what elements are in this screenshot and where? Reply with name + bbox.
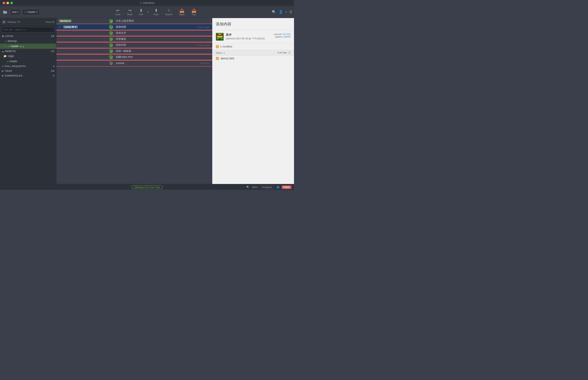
develop-tag-label: develop <box>60 20 68 22</box>
pop-button[interactable]: 📤 Pop <box>188 6 200 18</box>
list-view-icon[interactable]: ☰ <box>288 51 291 54</box>
status-right: 🔍 100% Feedback 🌐 FREE <box>246 185 292 189</box>
commit-row-6[interactable]: 创建index.html <box>56 54 212 60</box>
viewing-count: 3/3 <box>17 21 20 23</box>
commit-row-develop[interactable]: develop 🖥 分支上提交测试 <box>56 18 212 24</box>
remote-count: 1/1 <box>51 50 54 53</box>
trial-badge: GitKraken Pro Free Trial <box>132 185 162 189</box>
pull-button[interactable]: ⬇ Pull <box>136 6 146 18</box>
filter-bar: Filter (⌘ + Option + f) ⌕ <box>0 26 56 34</box>
branch-button[interactable]: ⑂ Branch <box>162 6 176 18</box>
user-icon[interactable]: 👤 <box>279 10 283 14</box>
commit-msg-3: 内容修改 <box>114 37 186 41</box>
branch-name: master <box>28 11 36 14</box>
pull-icon: ⬇ <box>140 8 143 13</box>
filter-input-container[interactable]: Filter (⌘ + Option + f) ⌕ <box>2 27 54 32</box>
folder-button[interactable] <box>2 9 9 16</box>
search-icon[interactable]: 🔍 <box>272 10 276 14</box>
commit-msg-7: commit <box>114 62 186 65</box>
commit-avatar-2 <box>109 31 113 35</box>
sidebar-header: ◀ Viewing 3/3 Show All <box>0 18 56 26</box>
path-col-header: Full Path ☰ <box>278 51 291 54</box>
svg-rect-15 <box>219 39 221 41</box>
close-button[interactable] <box>2 2 5 4</box>
sidebar-item-origin[interactable]: 📁 origin <box>0 54 56 59</box>
show-all-button[interactable]: Show All <box>45 21 54 23</box>
check-icon: ✓ <box>4 45 6 48</box>
viewing-text: Viewing <box>7 21 16 23</box>
feedback-button[interactable]: Feedback <box>260 185 274 189</box>
undo-label: Undo <box>115 13 120 16</box>
stash-button[interactable]: 📥 Stash <box>176 6 188 18</box>
remote-label: REMOTE <box>5 50 16 53</box>
commit-avatar-4 <box>109 43 113 47</box>
tags-section-header[interactable]: 🏷 TAGS 0/0 <box>0 69 56 73</box>
files-header: Name ▲ Full Path ☰ <box>212 50 294 56</box>
commit-row-5[interactable]: 添加一级标题 <box>56 48 212 54</box>
sidebar-item-origin-master[interactable]: ⎇ master <box>0 59 56 64</box>
svg-rect-10 <box>218 37 222 38</box>
local-count: 2/2 <box>51 35 54 38</box>
push-button[interactable]: ⬆ Push <box>150 6 162 18</box>
branch-icon-origin: ⎇ <box>6 60 9 62</box>
local-section-header[interactable]: 🖥 LOCAL 2/2 <box>0 34 56 38</box>
sidebar-section-remote: ☁ REMOTE 1/1 📁 origin ⎇ master <box>0 49 56 64</box>
sidebar-section-tags: 🏷 TAGS 0/0 <box>0 69 56 73</box>
chevron-down-icon-3[interactable]: ▾ <box>286 11 287 13</box>
commit-msg-4: 添加内容 <box>114 43 186 47</box>
origin-label: origin <box>8 55 14 57</box>
svg-rect-5 <box>217 34 219 35</box>
redo-button[interactable]: ↪ Redo <box>124 6 136 18</box>
svg-rect-1 <box>3 11 5 12</box>
toolbar: test ▾ ⎇ master ▾ ↩ Undo ↪ Redo ⬇ Pull ▾… <box>0 6 294 18</box>
graph-col-6 <box>56 54 108 60</box>
toolbar-left: test ▾ ⎇ master ▾ <box>2 9 40 16</box>
zoom-level: 100% <box>252 186 258 189</box>
repo-selector[interactable]: test ▾ <box>10 9 21 15</box>
repo-icon: 📁 <box>3 55 7 57</box>
commit-detail-title: 添加内容 <box>212 18 294 30</box>
pull-label: Pull <box>139 13 143 16</box>
graph-col-4 <box>56 42 108 48</box>
maximize-button[interactable] <box>10 2 13 4</box>
commit-row-4[interactable]: 添加内容 12 hours ago <box>56 42 212 48</box>
sidebar-item-develop[interactable]: ⎇ develop <box>0 38 56 44</box>
back-button[interactable]: ◀ <box>2 20 6 24</box>
search-icon-small: ⌕ <box>51 28 53 31</box>
remote-section-header[interactable]: ☁ REMOTE 1/1 <box>0 49 56 54</box>
book-icon: 📖 <box>72 26 74 28</box>
tags-label: TAGS <box>5 70 12 72</box>
sidebar-item-master[interactable]: ✓ ⎇ master 🖥 ☁ <box>0 44 56 49</box>
commit-row-7[interactable]: commit yesterday <box>56 60 212 66</box>
commit-time-7: yesterday <box>186 62 212 64</box>
sidebar: ◀ Viewing 3/3 Show All Filter (⌘ + Optio… <box>0 18 56 184</box>
checkmark-icon: ✓ <box>59 26 61 29</box>
sort-icon[interactable]: ▲ <box>223 52 225 54</box>
graph-col-5 <box>56 48 108 54</box>
commit-row-2[interactable]: 添加文件 <box>56 30 212 36</box>
submodules-section-header[interactable]: ⊕ SUBMODULES 0 <box>0 73 56 78</box>
commit-avatar-5 <box>109 49 113 53</box>
pr-icon: ↗ <box>2 65 4 68</box>
undo-button[interactable]: ↩ Undo <box>112 6 124 18</box>
pull-options-button[interactable]: ▾ <box>146 6 150 18</box>
commit-avatar-7 <box>109 61 113 65</box>
commit-row-3[interactable]: 内容修改 <box>56 36 212 42</box>
main-layout: ◀ Viewing 3/3 Show All Filter (⌘ + Optio… <box>0 18 294 184</box>
pr-section-header[interactable]: ↗ PULL REQUESTS 0 <box>0 64 56 69</box>
commit-row-master[interactable]: ✓ master 📖 🖥 添加内容 3 hours ago <box>56 24 212 30</box>
toolbar-right: 🔍 👤 ▾ ☰ <box>272 10 292 14</box>
commit-avatar-6 <box>109 55 113 59</box>
pop-icon: 📤 <box>191 8 196 13</box>
commit-metadata: 吴冲 authored 2017-06-18 @ 下午1点51分 <box>226 33 272 40</box>
commit-msg-6: 创建index.html <box>114 55 186 59</box>
redo-label: Redo <box>127 13 132 16</box>
commit-msg-1: 添加内容 <box>114 25 186 29</box>
svg-rect-13 <box>216 39 219 41</box>
branch-selector[interactable]: ⎇ master ▾ <box>22 9 40 15</box>
menu-icon[interactable]: ☰ <box>289 10 292 14</box>
commit-hash-value: b127db <box>283 33 291 36</box>
minimize-button[interactable] <box>6 2 9 4</box>
file-row-demo1[interactable]: M demo1.html <box>212 56 294 61</box>
svg-rect-12 <box>221 38 223 39</box>
